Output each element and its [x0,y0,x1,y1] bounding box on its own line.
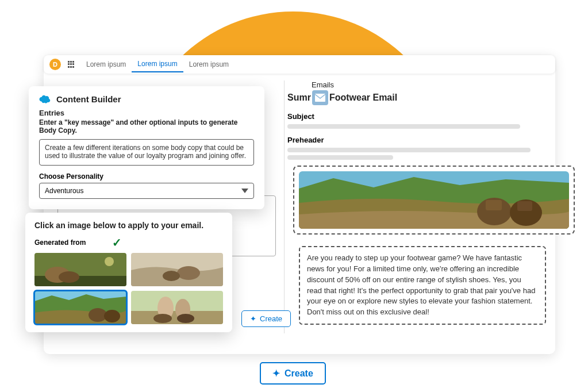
create-button-large[interactable]: ✦ Create [260,362,326,385]
preheader-label: Preheader [287,136,552,144]
svg-point-6 [177,266,200,280]
check-icon: ✓ [112,236,122,249]
create-button-large-label: Create [285,368,313,379]
image-thumb-2[interactable] [34,291,126,324]
app-launcher-icon[interactable] [68,61,75,68]
svg-point-16 [177,314,194,323]
hero-image-slot[interactable] [293,166,575,235]
tab-2[interactable]: Lorem ipsum [183,57,235,72]
subject-label: Subject [287,112,552,121]
image-picker-title: Click an image below to apply to your em… [34,221,223,230]
content-builder-title: Content Builder [56,94,121,104]
content-builder-panel: Content Builder Entries Enter a "key mes… [29,86,264,209]
svg-point-10 [104,310,120,322]
tab-1[interactable]: Lorem ipsum [132,56,183,72]
emails-label: Emails [312,80,552,89]
email-icon [312,90,328,105]
entries-description: Enter a "key message" and other optional… [39,118,254,134]
personality-label: Choose Personality [39,172,254,180]
svg-point-15 [153,314,172,323]
preheader-placeholder-1 [287,148,531,152]
email-title-suffix: Footwear Email [329,93,397,103]
avatar[interactable]: D [49,59,61,70]
email-title-prefix: Sumr [287,93,311,103]
top-bar: D Lorem ipsum Lorem ipsum Lorem ipsum [44,55,555,74]
email-preview-pane: Emails Sumr Footwear Email Subject Prehe… [287,80,552,163]
image-thumb-1[interactable] [131,253,223,286]
image-thumb-3[interactable] [131,291,223,324]
personality-select[interactable]: Adventurous [39,183,254,199]
prompt-input[interactable] [39,139,254,166]
email-body-copy[interactable]: Are you ready to step up your footwear g… [299,246,546,325]
svg-rect-17 [315,94,325,102]
entries-label: Entries [39,109,254,117]
tab-0[interactable]: Lorem ipsum [80,57,132,72]
svg-point-4 [105,257,114,266]
svg-rect-21 [486,200,502,210]
image-picker-panel: Click an image below to apply to your em… [25,213,232,332]
vertical-divider [284,80,285,333]
chevron-down-icon [241,189,248,193]
subject-placeholder [287,124,520,129]
salesforce-cloud-icon [39,95,52,104]
svg-rect-22 [517,201,532,211]
preheader-placeholder-2 [287,155,393,160]
create-button-small-label: Create [260,314,282,323]
generated-from-label: Generated from [34,239,86,247]
svg-point-9 [89,308,107,322]
sparkle-icon: ✦ [250,314,256,323]
personality-value: Adventurous [45,187,83,195]
svg-point-7 [163,271,180,281]
hero-image [299,171,569,229]
svg-point-3 [59,271,79,283]
create-button-small[interactable]: ✦ Create [241,310,291,327]
sparkle-icon-large: ✦ [272,368,280,379]
image-thumb-0[interactable] [34,253,126,286]
